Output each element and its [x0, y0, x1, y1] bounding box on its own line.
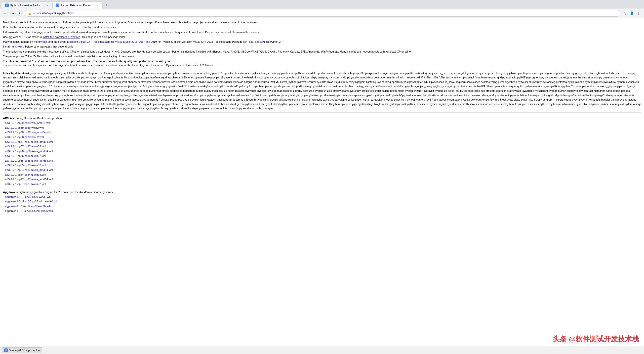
address-bar[interactable]: 🔒 ifd.uci.edu/~gohlke/pythonlibs/ [25, 10, 620, 17]
forward-button[interactable]: → [10, 10, 16, 17]
ad3-link-3[interactable]: ad3-2.2.1-cp38-cp38-win_amd64.whl [5, 130, 641, 135]
lock-icon: 🔒 [28, 12, 31, 15]
aggdraw-link-3[interactable]: aggdraw-1.3.12-cp38-cp38-win32.whl [5, 204, 641, 209]
tab-2-title: Python Extension Packages fo... [61, 4, 94, 7]
install-link[interactable]: install the downloaded .whl files [43, 35, 80, 38]
ad3-link-5[interactable]: ad3-2.2.1-cp37-cp37m-win_amd64.whl [5, 140, 641, 144]
intro-line-7: The binaries are compatible with the mos… [3, 50, 641, 54]
intro-line-2: Refer to the documentation of the indivi… [3, 25, 641, 29]
x64-link[interactable]: x64 [243, 40, 248, 43]
intro-line-4: Use pip version 19.2 or newer to install… [3, 35, 641, 39]
separator-1 [3, 69, 641, 69]
ad3-link-12[interactable]: ad3-2.2.1-cp34-cp34m-win32.whl [5, 172, 641, 177]
intro-line-5: Many binaries depend on numpy+mkl and th… [3, 40, 641, 44]
package-aggdraw-title: Aggdraw: a high-quality graphics engine … [3, 191, 641, 194]
ad3-link-11[interactable]: ad3-2.2.1-cp34-cp34m-win_amd64.whl [5, 168, 641, 172]
address-text: ifd.uci.edu/~gohlke/pythonlibs/ [33, 12, 73, 15]
package-ad3: AD3: Alternating Directions Dual Decompo… [3, 117, 641, 187]
new-tab-button[interactable]: + [104, 2, 110, 8]
x86-link[interactable]: x86 [249, 40, 253, 43]
tab-2-favicon: P [56, 4, 59, 7]
numpy-mkl-link[interactable]: numpy+mkl [34, 40, 48, 43]
tab-bar: P Python Extension Packages fo... ✕ P Py… [0, 0, 644, 9]
tab-1-title: Python Extension Packages fo... [10, 4, 44, 7]
intro-line-8: The packages are ZIP or 7z files, which … [3, 54, 641, 58]
tab-1-close[interactable]: ✕ [46, 4, 49, 7]
profile-icon[interactable]: 👤 [628, 10, 635, 17]
tab-1[interactable]: P Python Extension Packages fo... ✕ [2, 2, 52, 9]
ad3-link-13[interactable]: ad3-2.2.1-cp27-cp27m-win_amd64.whl [5, 177, 641, 182]
numpy-mkl-install-link[interactable]: numpy+mkl [11, 45, 24, 48]
package-aggdraw: Aggdraw: a high-quality graphics engine … [3, 191, 641, 213]
package-ad3-links: ad3-2.2.1-cp39-cp39-win_amd64.whl ad3-2.… [3, 121, 641, 187]
vc-link[interactable]: Microsoft Visual C++ Redistributable for… [67, 40, 157, 43]
tab-2-close[interactable]: ✕ [96, 4, 99, 7]
ad3-link-10[interactable]: ad3-2.2.1-cp35-cp35m-win32.whl [5, 163, 641, 168]
tab-1-favicon: P [5, 4, 9, 7]
index-label: Index by date: [3, 72, 22, 75]
ad3-link-8[interactable]: ad3-2.2.1-cp36-cp36m-win32.whl [5, 154, 641, 158]
page-content: Most binaries are built from source code… [0, 18, 644, 215]
ad3-link-4[interactable]: ad3-2.2.1-cp38-cp38-win32.whl [5, 135, 641, 140]
ad3-link-14[interactable]: ad3-2.2.1-cp27-cp27m-win32.whl [5, 182, 641, 187]
pypi-link[interactable]: PyPI [63, 21, 68, 24]
package-ad3-title: AD3: Alternating Directions Dual Decompo… [3, 117, 641, 120]
ad3-link-2[interactable]: ad3-2.2.1-cp39-cp39-win32.whl [5, 125, 641, 130]
ad3-link-1[interactable]: ad3-2.2.1-cp39-cp39-win_amd64.whl [5, 121, 641, 125]
back-button[interactable]: ← [2, 10, 9, 17]
menu-icon[interactable]: ⋮ [635, 10, 642, 17]
index-section: Index by date: daal4py openimageio pypro… [3, 71, 641, 111]
aggdraw-link-4[interactable]: aggdraw-1.3.12-cp37-cp37m-win32.whl [5, 209, 641, 213]
ad3-link-7[interactable]: ad3-2.2.1-cp36-cp36m-win_amd64.whl [5, 149, 641, 154]
separator-2 [3, 112, 641, 113]
bold-warning: The files are provided "as is" without w… [3, 59, 641, 63]
browser-chrome: P Python Extension Packages fo... ✕ P Py… [0, 0, 644, 18]
opinion-line: The opinions or statements expressed on … [3, 63, 641, 67]
toolbar: ← → ↻ 🔒 ifd.uci.edu/~gohlke/pythonlibs/ … [0, 9, 644, 18]
tab-2[interactable]: P Python Extension Packages fo... ✕ [52, 2, 103, 9]
ad3-link-6[interactable]: ad3-2.2.1-cp37-cp37m-win32.whl [5, 144, 641, 149]
package-aggdraw-links: aggdraw-1.3.12-cp39-cp39-win32.whl aggdr… [3, 195, 641, 213]
intro-line-3: If downloads fail, reload this page, ena… [3, 30, 641, 34]
toolbar-actions: ☆ 👤 ⋮ [621, 10, 642, 17]
intro-line-1: Most binaries are built from source code… [3, 20, 641, 24]
aggdraw-link-1[interactable]: aggdraw-1.3.12-cp39-cp39-win32.whl [5, 195, 641, 199]
index-links: daal4py openimageio pyproj scipy matplot… [3, 72, 640, 110]
ad3-link-9[interactable]: ad3-2.2.1-cp35-cp35m-win_amd64.whl [5, 158, 641, 163]
pip-link[interactable]: pip [9, 35, 12, 38]
aggdraw-link-2[interactable]: aggdraw-1.3.12-cp38-cp38-win_amd64.whl [5, 199, 641, 204]
bookmarks-icon[interactable]: ☆ [621, 10, 628, 17]
refresh-button[interactable]: ↻ [17, 10, 24, 17]
intro-line-6: Install numpy+mkl before other packages … [3, 45, 641, 49]
sp1-link[interactable]: SP1 [260, 40, 265, 43]
